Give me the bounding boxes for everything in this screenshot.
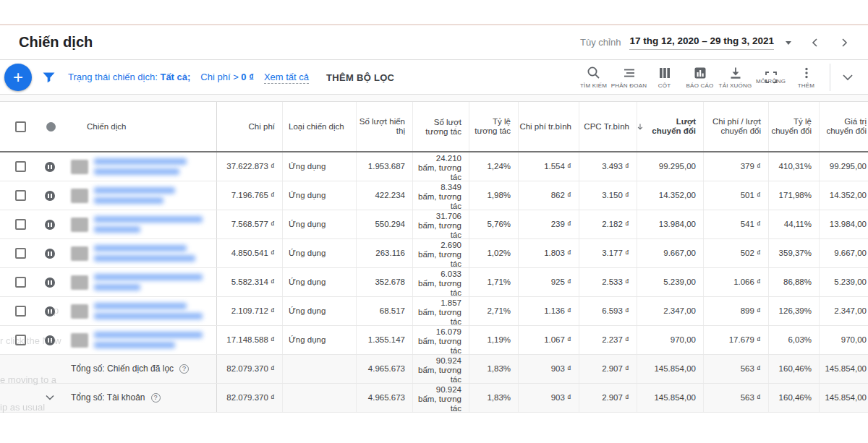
campaign-name-cell[interactable]	[71, 297, 217, 325]
row-checkbox[interactable]	[15, 190, 26, 201]
totals-label-cell: Tổng số: Chiến dịch đã lọc ?	[71, 355, 217, 383]
row-checkbox[interactable]	[15, 161, 26, 172]
help-icon[interactable]: ?	[179, 364, 189, 374]
date-next-button[interactable]	[839, 38, 849, 48]
cost-cell: 5.582.314 ₫	[217, 268, 282, 296]
paused-status-icon[interactable]	[45, 249, 55, 259]
campaign-name-redacted	[94, 245, 195, 262]
campaign-name-cell[interactable]	[71, 239, 217, 267]
header-conversion-rate[interactable]: Tỷ lệ chuyển đổi	[768, 102, 819, 151]
header-campaign[interactable]: Chiến dịch	[71, 102, 217, 151]
filter-chip-status[interactable]: Trạng thái chiến dịch: Tất cả;	[68, 72, 190, 82]
conversion-rate-cell: 6,03%	[768, 326, 819, 354]
interactions-cell: 90.924bấm, tương tác	[412, 355, 469, 383]
header-campaign-type[interactable]: Loại chiến dịch	[282, 102, 356, 151]
campaign-name-cell[interactable]	[71, 210, 217, 238]
campaign-thumbnail	[71, 189, 88, 203]
campaigns-table: Chiến dịch Chi phí Loại chiến dịch Số lư…	[0, 101, 868, 413]
date-prev-button[interactable]	[810, 38, 820, 48]
conversions-cell: 145.854,00	[637, 355, 703, 383]
interaction-rate-cell: 1,71%	[469, 268, 518, 296]
impressions-cell: 422.234	[356, 181, 412, 210]
collapse-toolbar-button[interactable]	[842, 74, 854, 81]
impressions-cell: 68.517	[356, 297, 412, 325]
header-select-all-checkbox-cell	[0, 102, 41, 151]
impressions-cell: 1.355.147	[356, 326, 412, 354]
impressions-cell: 352.678	[356, 268, 412, 296]
filter-chip-cost[interactable]: Chi phí > 0 ₫	[200, 72, 254, 82]
header-cost[interactable]: Chi phí	[217, 102, 282, 151]
conversion-rate-cell: 126,39%	[768, 297, 819, 325]
campaign-type-cell: Ứng dụng	[282, 326, 356, 354]
header-interactions[interactable]: Số lượt tương tác	[412, 102, 469, 151]
header-interaction-rate[interactable]: Tỷ lệ tương tác	[469, 102, 518, 151]
campaign-name-cell[interactable]	[71, 181, 217, 210]
help-icon[interactable]: ?	[151, 393, 161, 403]
interaction-rate-cell: 2,71%	[469, 297, 518, 325]
header-conversion-value[interactable]: Giá trị chuyển đổi	[819, 102, 868, 151]
segment-button[interactable]: PHÂN ĐOẠN	[611, 66, 647, 89]
avg-cpc-cell: 2.907 ₫	[579, 355, 637, 383]
filter-funnel-icon[interactable]	[43, 72, 55, 83]
paused-status-icon[interactable]	[45, 162, 55, 172]
campaign-name-redacted	[94, 332, 203, 348]
avg-cpc-cell: 3.177 ₫	[579, 239, 637, 267]
campaign-name-cell[interactable]	[71, 152, 217, 181]
columns-button[interactable]: CỘT	[647, 66, 682, 89]
campaign-name-cell[interactable]	[71, 326, 217, 354]
header-cost-per-conversion[interactable]: Chi phí / lượt chuyển đổi	[703, 102, 768, 151]
header-avg-cpc[interactable]: CPC Tr.bình	[579, 102, 637, 151]
row-checkbox[interactable]	[15, 219, 26, 230]
impressions-cell: 263.116	[356, 239, 412, 267]
cost-cell: 37.622.873 ₫	[217, 152, 282, 181]
conversion-value-cell: 2.347,00	[819, 297, 868, 325]
paused-status-icon[interactable]	[45, 220, 55, 230]
campaign-name-cell[interactable]	[71, 268, 217, 296]
date-range-value[interactable]: 17 thg 12, 2020 – 29 thg 3, 2021	[629, 35, 774, 50]
avg-cost-cell: 903 ₫	[518, 355, 579, 383]
row-checkbox[interactable]	[15, 248, 26, 259]
select-all-checkbox[interactable]	[15, 121, 26, 132]
date-dropdown-caret-icon[interactable]	[786, 41, 791, 45]
header-avg-cost[interactable]: Chi phí tr.bình	[518, 102, 579, 151]
row-checkbox[interactable]	[15, 306, 26, 317]
download-button[interactable]: TẢI XUỐNG	[718, 66, 753, 89]
header-conversions[interactable]: Lượt chuyển đổi	[637, 102, 703, 151]
impressions-cell: 4.965.673	[356, 355, 412, 383]
cost-cell: 82.079.370 ₫	[217, 355, 282, 383]
avg-cost-cell: 862 ₫	[518, 181, 579, 210]
conversions-cell: 99.295,00	[637, 152, 703, 181]
conversion-value-cell: 5.239,00	[819, 268, 868, 296]
add-filter-button[interactable]: THÊM BỘ LỌC	[326, 72, 394, 83]
cost-per-conversion-cell: 541 ₫	[703, 210, 768, 238]
avg-cpc-cell: 6.593 ₫	[579, 297, 637, 325]
status-legend-icon[interactable]	[46, 122, 56, 132]
paused-status-icon[interactable]	[45, 278, 55, 288]
chevron-down-icon	[45, 395, 55, 401]
cost-per-conversion-cell: 502 ₫	[703, 239, 768, 267]
view-all-link[interactable]: Xem tất cả	[264, 72, 309, 84]
toolbar-divider	[830, 64, 830, 91]
totals-row: Tổng số: Tài khoản ? 82.079.370 ₫ 4.965.…	[0, 384, 868, 413]
paused-status-icon[interactable]	[45, 191, 55, 201]
avg-cost-cell: 1.554 ₫	[518, 152, 579, 181]
report-button[interactable]: BÁO CÁO	[682, 66, 718, 89]
expand-button[interactable]: MỞ RỘNG	[753, 71, 788, 85]
campaign-thumbnail	[71, 304, 88, 319]
chevron-left-icon	[810, 38, 820, 48]
date-mode-label[interactable]: Tùy chỉnh	[580, 37, 621, 48]
expand-account-row-button[interactable]	[41, 384, 71, 412]
more-button[interactable]: THÊM	[788, 66, 824, 89]
campaign-type-cell: Ứng dụng	[282, 239, 356, 267]
segment-icon	[623, 66, 636, 79]
add-campaign-button[interactable]: +	[4, 64, 32, 91]
ghost-background-text: ip as usual	[0, 402, 45, 413]
row-checkbox[interactable]	[15, 277, 26, 288]
search-button[interactable]: TÌM KIẾM	[576, 66, 611, 89]
conversions-cell: 970,00	[637, 326, 703, 354]
avg-cpc-cell: 2.907 ₫	[579, 384, 637, 412]
ghost-background-text: Op	[46, 305, 59, 316]
interactions-cell: 6.033bấm, tương tác	[412, 268, 469, 296]
more-vertical-icon	[800, 66, 813, 79]
header-impressions[interactable]: Số lượt hiển thị	[356, 102, 412, 151]
